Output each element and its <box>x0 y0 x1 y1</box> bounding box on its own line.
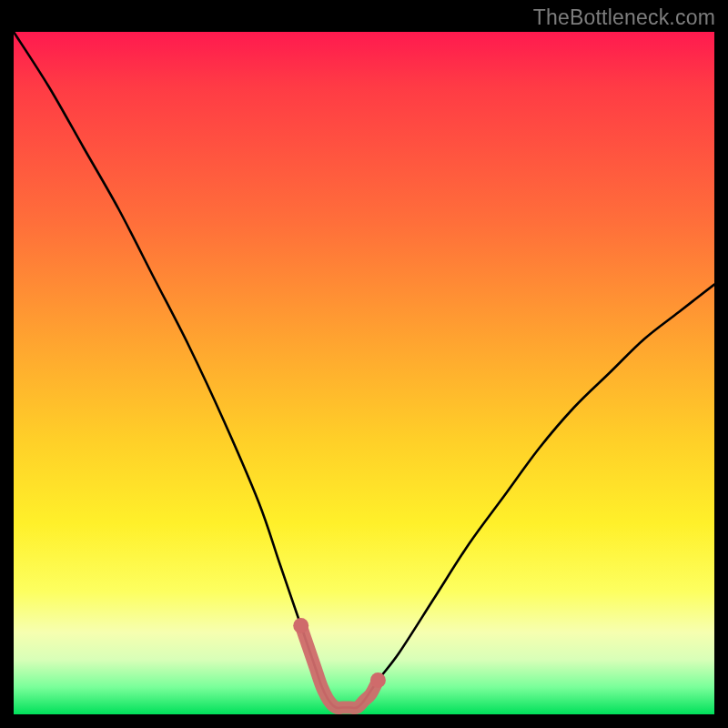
marker-dot <box>370 672 386 688</box>
marker-dot <box>293 618 308 633</box>
marker-stroke <box>301 626 379 709</box>
plot-area <box>14 32 714 714</box>
chart-frame: TheBottleneck.com <box>0 0 728 728</box>
curve-layer <box>14 32 714 714</box>
watermark-text: TheBottleneck.com <box>533 5 715 30</box>
bottleneck-curve-path <box>14 32 714 708</box>
